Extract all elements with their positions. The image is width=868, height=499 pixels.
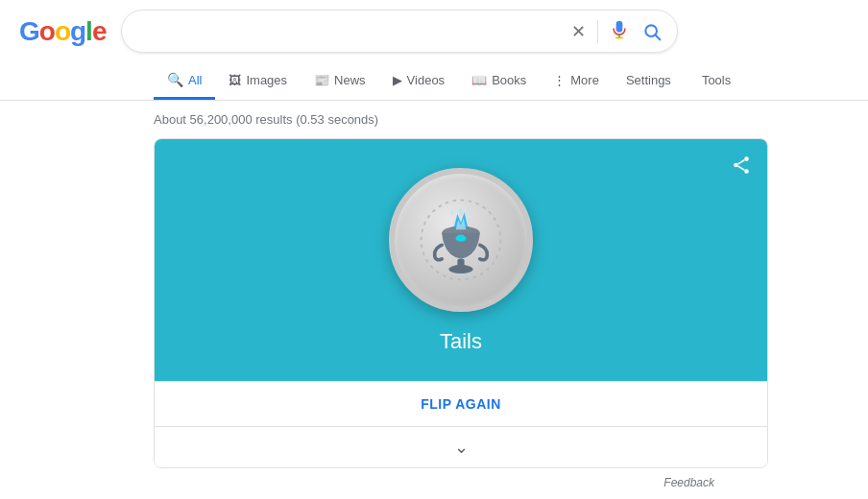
tab-images[interactable]: 🖼 Images [215, 63, 301, 100]
svg-marker-14 [458, 207, 463, 216]
logo-letter-g2: g [70, 16, 85, 47]
tab-videos[interactable]: ▶ Videos [379, 63, 459, 100]
search-bar: flip a coin ✕ [121, 10, 678, 53]
logo-letter-o1: o [39, 16, 55, 47]
nav-right-tools: Settings Tools [613, 63, 744, 100]
svg-point-6 [744, 169, 749, 174]
flip-again-button[interactable]: FLIP AGAIN [421, 396, 501, 412]
settings-label: Settings [626, 73, 671, 87]
svg-line-7 [738, 160, 745, 164]
svg-marker-16 [468, 210, 471, 217]
header: Google flip a coin ✕ [0, 0, 868, 62]
tab-more[interactable]: ⋮ More [540, 63, 613, 100]
tab-videos-label: Videos [407, 73, 446, 87]
results-count: About 56,200,000 results (0.53 seconds) [154, 112, 378, 127]
share-icon [731, 154, 752, 176]
videos-tab-icon: ▶ [393, 73, 402, 87]
feedback-row: Feedback [0, 472, 868, 493]
svg-point-5 [734, 163, 738, 168]
feedback-link[interactable]: Feedback [663, 476, 714, 489]
tools-link[interactable]: Tools [688, 63, 744, 100]
svg-marker-15 [450, 210, 454, 217]
logo-letter-l: l [85, 16, 92, 47]
svg-point-13 [448, 265, 472, 273]
tools-label: Tools [702, 73, 731, 87]
settings-link[interactable]: Settings [613, 63, 685, 100]
expand-row[interactable]: ⌄ [155, 426, 767, 467]
voice-search-button[interactable] [608, 18, 631, 44]
search-input[interactable]: flip a coin [135, 23, 560, 40]
chevron-down-icon: ⌄ [454, 438, 469, 457]
coin-face [403, 182, 518, 297]
tab-books[interactable]: 📖 Books [458, 63, 540, 100]
microphone-icon [610, 20, 629, 39]
logo-letter-g: G [19, 16, 39, 47]
divider [597, 20, 598, 43]
flip-again-row[interactable]: FLIP AGAIN [155, 381, 767, 426]
tab-news-label: News [334, 73, 366, 87]
svg-point-4 [744, 156, 749, 161]
svg-point-11 [456, 235, 467, 242]
images-tab-icon: 🖼 [229, 73, 241, 87]
tab-all-label: All [188, 73, 202, 87]
search-submit-button[interactable] [640, 20, 663, 43]
nav-tabs: 🔍 All 🖼 Images 📰 News ▶ Videos 📖 Books ⋮… [0, 62, 868, 101]
search-tab-icon: 🔍 [167, 72, 183, 87]
coin-widget: Tails FLIP AGAIN ⌄ [154, 138, 768, 468]
coin-result: Tails [440, 329, 482, 354]
coin-tails-image [418, 197, 504, 283]
logo-letter-e: e [92, 16, 107, 47]
share-button[interactable] [731, 154, 752, 180]
books-tab-icon: 📖 [471, 73, 487, 87]
tab-books-label: Books [492, 73, 526, 87]
logo-letter-o2: o [55, 16, 70, 47]
tab-news[interactable]: 📰 News [301, 63, 379, 100]
svg-line-8 [738, 166, 745, 170]
tab-all[interactable]: 🔍 All [154, 62, 215, 100]
tab-more-label: More [570, 73, 599, 87]
tab-images-label: Images [246, 73, 287, 87]
svg-line-3 [656, 35, 661, 39]
google-logo[interactable]: Google [19, 16, 106, 47]
coin-display-area: Tails [155, 139, 767, 381]
coin[interactable] [389, 168, 533, 312]
news-tab-icon: 📰 [314, 73, 329, 87]
clear-search-button[interactable]: ✕ [569, 19, 588, 44]
results-info: About 56,200,000 results (0.53 seconds) [0, 101, 868, 134]
search-icon [642, 22, 662, 41]
bottom-links: to flip a coin... [0, 493, 868, 499]
more-tab-icon: ⋮ [553, 73, 566, 87]
